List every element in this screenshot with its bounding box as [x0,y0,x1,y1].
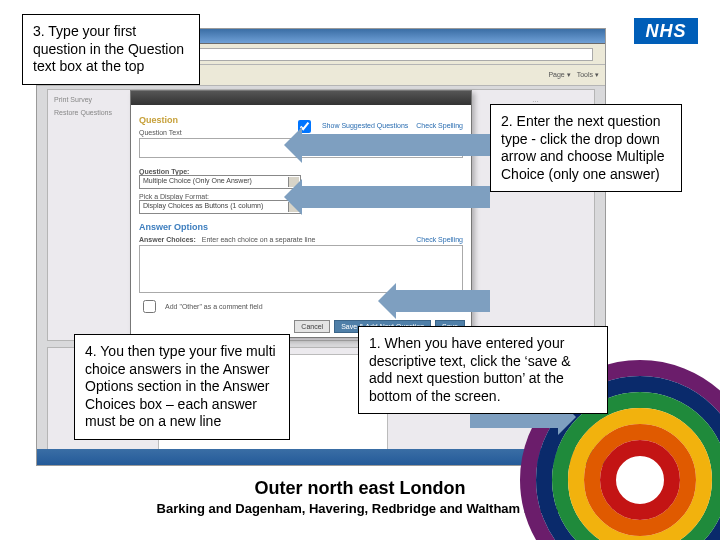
arrow-to-answer-box [394,290,490,312]
arrow-to-question-text [300,134,490,156]
arrow-to-question-type [300,186,490,208]
cancel-button[interactable]: Cancel [294,320,330,333]
callout-step3: 3. Type your first question in the Quest… [22,14,200,85]
check-spelling-link-2[interactable]: Check Spelling [416,236,463,243]
answer-choices-hint: Enter each choice on a separate line [202,236,316,243]
nhs-logo: NHS [634,18,698,44]
callout-step1: 1. When you have entered your descriptiv… [358,326,608,414]
question-type-select[interactable]: Multiple Choice (Only One Answer) [139,175,301,189]
answer-choices-label: Answer Choices: [139,236,196,243]
answer-choices-textarea[interactable] [139,245,463,293]
question-type-value: Multiple Choice (Only One Answer) [143,177,252,184]
dialog-titlebar [131,91,471,105]
show-suggested-link[interactable]: Show Suggested Questions [322,122,408,129]
display-format-select[interactable]: Display Choices as Buttons (1 column) [139,200,301,214]
callout-step2: 2. Enter the next question type - click … [490,104,682,192]
add-other-label: Add "Other" as a comment field [165,303,263,310]
check-spelling-link[interactable]: Check Spelling [416,122,463,129]
question-type-label: Question Type: [139,168,463,175]
slide: NHS ☆Page ▾Tools ▾ Print Survey Restore … [0,0,720,540]
print-survey-link[interactable]: Print Survey [54,96,118,103]
add-other-checkbox[interactable] [143,300,156,313]
display-format-value: Display Choices as Buttons (1 column) [143,202,263,209]
left-actions: Print Survey Restore Questions [54,96,118,136]
callout-step4: 4. You then type your five multi choice … [74,334,290,440]
restore-questions-link[interactable]: Restore Questions [54,109,118,116]
section-answer-options: Answer Options [139,222,463,232]
